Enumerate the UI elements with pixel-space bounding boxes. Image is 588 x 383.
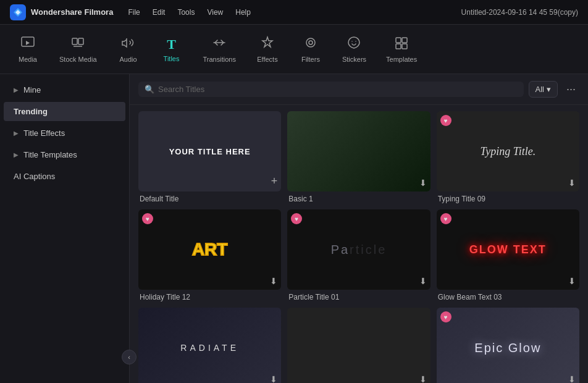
grid-item-label: Basic 1 — [287, 195, 430, 203]
list-item[interactable]: ♥ Particle ⬇ Particle Title 01 — [287, 209, 430, 301]
toolbar-filters[interactable]: Filters — [289, 31, 332, 68]
svg-point-5 — [309, 41, 313, 44]
radiate-text: RADIATE — [180, 343, 239, 353]
toolbar-effects[interactable]: Effects — [246, 31, 289, 68]
typing-title-text: Typing Title. — [480, 145, 536, 158]
search-bar: 🔍 All ▾ ··· — [130, 74, 588, 105]
download-icon: ⬇ — [419, 276, 427, 286]
toolbar-stickers[interactable]: Stickers — [332, 31, 376, 68]
download-icon: ⬇ — [270, 276, 277, 286]
list-item[interactable]: YOUR TITLE HERE + Default Title — [138, 111, 281, 203]
radiate-bg: RADIATE ⬇ — [138, 308, 281, 383]
menu-tools[interactable]: Tools — [172, 6, 200, 19]
titles-grid: YOUR TITLE HERE + Default Title ⬇ Basic … — [138, 111, 579, 383]
toolbar-stock-media[interactable]: Stock Media — [49, 31, 107, 68]
list-item[interactable]: ♥ Epic Glow ⬇ Epic Glow — [437, 308, 579, 383]
toolbar-templates[interactable]: Templates — [376, 31, 427, 68]
vineyard-bg — [287, 111, 430, 192]
app-name: Wondershare Filmora — [31, 7, 113, 17]
menu-edit[interactable]: Edit — [148, 6, 170, 19]
premium-badge: ♥ — [440, 115, 452, 126]
menu-help[interactable]: Help — [230, 6, 256, 19]
title-templates-arrow-icon: ▶ — [14, 151, 19, 158]
list-item[interactable]: RADIATE ⬇ Radiate — [138, 308, 281, 383]
thumb-epic-glow[interactable]: ♥ Epic Glow ⬇ — [437, 308, 579, 383]
toolbar-filters-label: Filters — [301, 56, 320, 63]
media-icon — [20, 36, 35, 53]
titlebar-left: Wondershare Filmora File Edit Tools View… — [10, 4, 256, 20]
filter-button[interactable]: All ▾ — [529, 81, 558, 98]
thumb-glow-beam[interactable]: ♥ GLOW TEXT ⬇ — [437, 209, 579, 290]
sidebar-item-ai-captions[interactable]: AI Captions — [4, 167, 125, 186]
search-wrapper: 🔍 — [138, 82, 524, 97]
download-icon: ⬇ — [568, 276, 576, 286]
search-input[interactable] — [158, 85, 518, 94]
thumb-typing-title[interactable]: ♥ Typing Title. ⬇ — [437, 111, 579, 192]
filter-label: All — [536, 85, 544, 94]
thumb-holiday-title[interactable]: ♥ ART ⬇ — [138, 209, 281, 290]
grid-item-label: Typing Title 09 — [437, 195, 579, 203]
list-item[interactable]: ♥ Typing Title. ⬇ Typing Title 09 — [437, 111, 579, 203]
sidebar-item-title-effects[interactable]: ▶ Title Effects — [4, 124, 125, 143]
premium-badge: ♥ — [142, 213, 153, 224]
unknown-bg — [287, 308, 430, 383]
svg-rect-7 — [402, 38, 407, 43]
grid-container: YOUR TITLE HERE + Default Title ⬇ Basic … — [130, 105, 588, 383]
download-icon: ⬇ — [568, 374, 576, 383]
thumb-unknown[interactable]: ⬇ — [287, 308, 430, 383]
download-icon: ⬇ — [419, 374, 427, 383]
grid-item-label: Holiday Title 12 — [138, 293, 281, 301]
download-icon: ⬇ — [270, 374, 277, 383]
thumb-particle-title[interactable]: ♥ Particle ⬇ — [287, 209, 430, 290]
grid-item-label: Particle Title 01 — [287, 293, 430, 301]
download-icon: ⬇ — [419, 178, 427, 188]
list-item[interactable]: ⬇ Basic 1 — [287, 111, 430, 203]
titles-icon: T — [167, 36, 176, 53]
thumb-default-title[interactable]: YOUR TITLE HERE + — [138, 111, 281, 192]
toolbar-effects-label: Effects — [257, 56, 277, 63]
toolbar-transitions[interactable]: Transitions — [193, 31, 246, 68]
mine-arrow-icon: ▶ — [14, 86, 19, 93]
list-item[interactable]: ♥ ART ⬇ Holiday Title 12 — [138, 209, 281, 301]
more-options-button[interactable]: ··· — [563, 80, 579, 98]
filters-icon — [303, 36, 318, 53]
toolbar-media[interactable]: Media — [6, 31, 49, 68]
thumb-radiate[interactable]: RADIATE ⬇ — [138, 308, 281, 383]
thumb-basic-1[interactable]: ⬇ — [287, 111, 430, 192]
svg-rect-9 — [402, 44, 407, 49]
sidebar-item-title-templates-label: Title Templates — [23, 150, 77, 159]
toolbar-stickers-label: Stickers — [342, 56, 366, 63]
sidebar-collapse-button[interactable]: ‹ — [122, 350, 136, 364]
premium-badge: ♥ — [440, 311, 452, 322]
list-item[interactable]: ♥ GLOW TEXT ⬇ Glow Beam Text 03 — [437, 209, 579, 301]
toolbar-transitions-label: Transitions — [203, 56, 236, 63]
glow-text: GLOW TEXT — [469, 243, 547, 256]
menu-view[interactable]: View — [202, 6, 228, 19]
art-text: ART — [192, 240, 228, 259]
templates-icon — [394, 36, 409, 53]
toolbar-audio-label: Audio — [119, 56, 136, 63]
svg-point-4 — [306, 38, 315, 47]
menu-file[interactable]: File — [123, 6, 145, 19]
filmora-logo-icon — [10, 4, 26, 20]
sidebar-item-trending[interactable]: Trending — [4, 102, 125, 121]
sidebar-item-title-templates[interactable]: ▶ Title Templates — [4, 145, 125, 164]
default-title-text: YOUR TITLE HERE — [169, 147, 251, 156]
particle-text: Particle — [331, 243, 387, 257]
collapse-icon: ‹ — [128, 353, 130, 361]
svg-rect-1 — [22, 37, 34, 46]
toolbar-templates-label: Templates — [386, 56, 417, 63]
menu-bar: File Edit Tools View Help — [123, 6, 256, 19]
list-item[interactable]: ⬇ — [287, 308, 430, 383]
stickers-icon — [346, 36, 361, 53]
toolbar: Media Stock Media Audio T Titles Transit… — [0, 25, 588, 74]
sidebar-item-mine-label: Mine — [23, 85, 41, 95]
main-area: ▶ Mine Trending ▶ Title Effects ▶ Title … — [0, 74, 588, 383]
toolbar-audio[interactable]: Audio — [107, 31, 150, 68]
toolbar-titles[interactable]: T Titles — [150, 32, 193, 67]
toolbar-stock-media-label: Stock Media — [59, 56, 97, 63]
stock-media-icon — [70, 36, 85, 53]
premium-badge: ♥ — [440, 213, 452, 224]
filter-arrow-icon: ▾ — [547, 85, 551, 94]
sidebar-item-mine[interactable]: ▶ Mine — [4, 80, 125, 99]
